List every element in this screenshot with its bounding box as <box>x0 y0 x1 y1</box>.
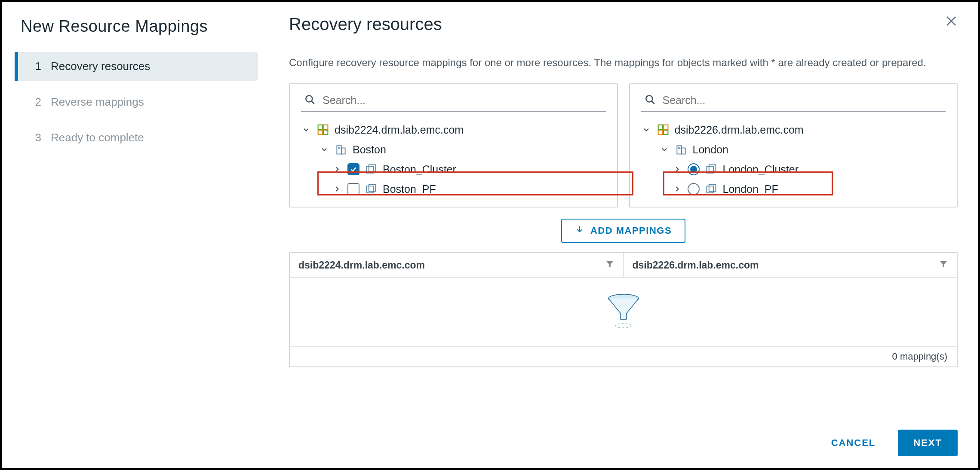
svg-rect-7 <box>323 130 328 135</box>
cluster-radio[interactable] <box>688 183 700 195</box>
vcenter-label: dsib2226.drm.lab.emc.com <box>675 124 804 136</box>
source-resource-panel: dsib2224.drm.lab.emc.com Boston <box>289 83 618 208</box>
tree-node-vcenter[interactable]: dsib2224.drm.lab.emc.com <box>301 120 606 140</box>
dialog-footer: CANCEL NEXT <box>289 417 958 456</box>
funnel-empty-icon <box>602 291 645 333</box>
cluster-label: London_Cluster <box>723 163 799 176</box>
filter-icon[interactable] <box>605 259 614 271</box>
svg-marker-31 <box>606 261 613 267</box>
svg-rect-6 <box>318 130 323 135</box>
sidebar-title: New Resource Mappings <box>2 17 268 52</box>
chevron-right-icon[interactable] <box>332 184 342 194</box>
cancel-button[interactable]: CANCEL <box>821 430 886 455</box>
mappings-table: dsib2224.drm.lab.emc.com dsib2226.drm.la… <box>289 252 958 367</box>
cluster-icon <box>705 163 718 176</box>
datacenter-icon <box>675 143 688 156</box>
svg-rect-26 <box>707 166 713 173</box>
step-label: Recovery resources <box>51 60 150 73</box>
svg-marker-32 <box>940 261 947 267</box>
svg-rect-18 <box>658 125 663 130</box>
close-icon[interactable] <box>945 15 958 29</box>
svg-rect-27 <box>709 165 716 172</box>
datacenter-icon <box>335 143 347 156</box>
next-button[interactable]: NEXT <box>898 430 958 456</box>
page-title: Recovery resources <box>289 15 442 34</box>
filter-icon[interactable] <box>939 259 948 271</box>
tree-node-datacenter[interactable]: London <box>641 140 946 159</box>
target-search-input[interactable] <box>662 94 944 107</box>
svg-rect-29 <box>709 185 716 192</box>
chevron-right-icon[interactable] <box>672 184 682 194</box>
cluster-label: London_PF <box>723 183 778 195</box>
svg-rect-14 <box>367 186 374 193</box>
svg-rect-28 <box>707 186 713 193</box>
empty-mappings-body <box>290 278 957 347</box>
wizard-content: Recovery resources Configure recovery re… <box>268 2 978 468</box>
cluster-checkbox[interactable] <box>347 163 359 175</box>
step-ready-to-complete[interactable]: 3 Ready to complete <box>15 123 268 152</box>
vcenter-icon <box>316 123 329 136</box>
svg-line-3 <box>311 101 314 104</box>
tree-node-datacenter[interactable]: Boston <box>301 140 606 159</box>
chevron-down-icon[interactable] <box>641 125 651 135</box>
target-resource-panel: dsib2226.drm.lab.emc.com London <box>629 83 958 208</box>
svg-rect-12 <box>367 166 374 173</box>
search-icon <box>645 94 656 107</box>
svg-rect-23 <box>681 148 685 154</box>
chevron-down-icon[interactable] <box>319 144 329 155</box>
table-col-label: dsib2226.drm.lab.emc.com <box>633 259 759 271</box>
chevron-down-icon[interactable] <box>659 144 670 155</box>
source-search[interactable] <box>301 94 606 112</box>
step-recovery-resources[interactable]: 1 Recovery resources <box>15 52 258 81</box>
table-col-label: dsib2224.drm.lab.emc.com <box>298 259 425 271</box>
chevron-down-icon[interactable] <box>301 125 311 135</box>
vcenter-label: dsib2224.drm.lab.emc.com <box>335 124 464 136</box>
chevron-right-icon[interactable] <box>672 164 682 174</box>
tree-node-cluster[interactable]: London_PF <box>641 179 946 199</box>
svg-line-17 <box>651 101 654 104</box>
step-label: Ready to complete <box>51 131 144 144</box>
table-col-target[interactable]: dsib2226.drm.lab.emc.com <box>623 253 957 277</box>
wizard-sidebar: New Resource Mappings 1 Recovery resourc… <box>2 2 268 468</box>
cluster-icon <box>705 183 718 195</box>
arrow-down-icon <box>575 225 584 237</box>
step-label: Reverse mappings <box>51 95 144 109</box>
cluster-icon <box>365 183 378 195</box>
target-search[interactable] <box>641 94 946 112</box>
svg-rect-15 <box>369 185 376 192</box>
datacenter-label: London <box>693 143 728 156</box>
search-icon <box>304 94 316 107</box>
tree-node-cluster[interactable]: Boston_PF <box>301 179 606 199</box>
tree-node-cluster[interactable]: London_Cluster <box>641 159 946 179</box>
svg-rect-5 <box>323 125 328 130</box>
svg-rect-4 <box>318 125 323 130</box>
step-reverse-mappings[interactable]: 2 Reverse mappings <box>15 88 268 116</box>
page-description: Configure recovery resource mappings for… <box>289 55 958 70</box>
svg-rect-19 <box>663 125 668 130</box>
cluster-radio[interactable] <box>688 163 700 175</box>
mappings-count: 0 mapping(s) <box>892 351 947 362</box>
cluster-label: Boston_PF <box>383 183 436 195</box>
cluster-icon <box>365 163 378 176</box>
svg-rect-20 <box>658 130 663 135</box>
step-number: 1 <box>32 60 41 73</box>
cluster-label: Boston_Cluster <box>383 163 456 176</box>
svg-point-34 <box>615 324 631 328</box>
source-search-input[interactable] <box>322 94 604 107</box>
cluster-checkbox[interactable] <box>347 183 359 195</box>
datacenter-label: Boston <box>353 143 386 156</box>
svg-point-16 <box>646 95 652 102</box>
table-col-source[interactable]: dsib2224.drm.lab.emc.com <box>290 253 623 277</box>
add-mappings-label: ADD MAPPINGS <box>590 225 672 236</box>
svg-rect-13 <box>369 165 376 172</box>
svg-point-2 <box>306 95 312 102</box>
chevron-right-icon[interactable] <box>332 164 342 174</box>
svg-rect-21 <box>663 130 668 135</box>
svg-rect-9 <box>341 148 345 154</box>
add-mappings-button[interactable]: ADD MAPPINGS <box>561 219 685 243</box>
tree-node-cluster[interactable]: Boston_Cluster <box>301 159 606 179</box>
step-number: 2 <box>32 95 41 109</box>
tree-node-vcenter[interactable]: dsib2226.drm.lab.emc.com <box>641 120 946 140</box>
step-number: 3 <box>32 131 41 144</box>
new-resource-mappings-dialog: New Resource Mappings 1 Recovery resourc… <box>0 0 980 470</box>
